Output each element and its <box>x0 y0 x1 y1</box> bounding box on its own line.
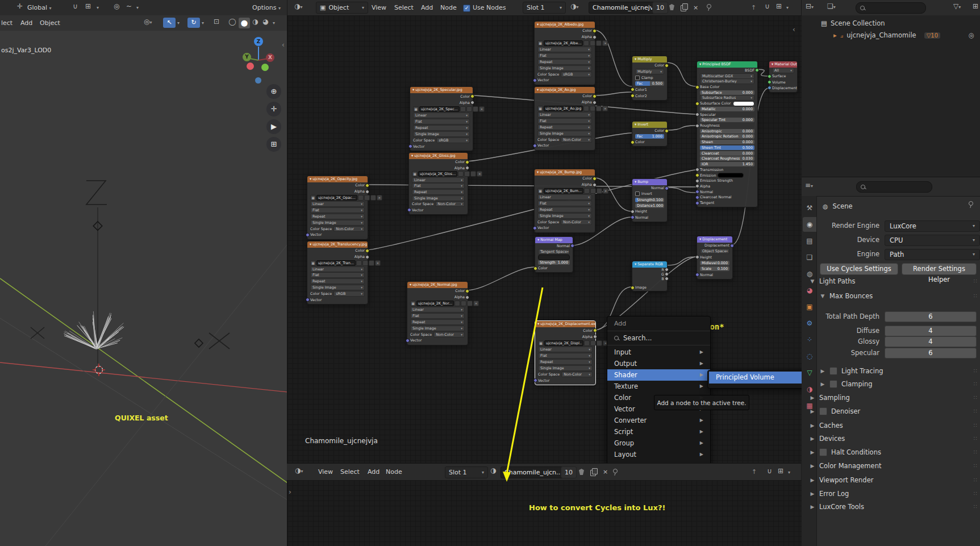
node-select[interactable]: Flat▾ <box>537 201 592 206</box>
node-row-sel[interactable]: Linear▾ <box>409 177 468 184</box>
tab-object-data[interactable]: ▽ <box>803 365 816 380</box>
add-menu-item-input[interactable]: Input▶ <box>607 347 710 358</box>
falloff-curve-icon[interactable]: ~ <box>126 2 132 10</box>
add-menu-item-output[interactable]: Output▶ <box>607 358 710 369</box>
node-select[interactable]: Single Image▾ <box>310 220 365 226</box>
node-translucency[interactable]: ▾ ujcnejvja_2K_Translucency.jpgColorAlph… <box>307 241 368 305</box>
node-invert[interactable]: ▾ InvertColorFac1.000Color <box>632 121 668 147</box>
node-row-Metallic[interactable]: Metallic0.000 <box>697 106 757 112</box>
port-color[interactable] <box>365 249 369 253</box>
port-alpha[interactable] <box>593 35 597 39</box>
image-name[interactable]: ujcnejvja_2K_Albe... <box>544 40 583 46</box>
shading-solid-icon[interactable]: ⬤ <box>239 18 250 28</box>
port-transmission[interactable] <box>695 168 699 172</box>
node-slider[interactable]: Strength1.000 <box>538 260 570 265</box>
open-folder-icon[interactable] <box>473 106 478 112</box>
node-row-sel[interactable]: Single Image▾ <box>410 131 473 137</box>
node-slider[interactable]: Subsurface0.000 <box>700 90 754 95</box>
port-vector[interactable] <box>533 144 537 148</box>
node-select[interactable]: Linear▾ <box>412 177 465 183</box>
node-row-sel[interactable]: Repeat▾ <box>535 206 595 212</box>
node-row-Invert[interactable]: Invert <box>632 191 667 197</box>
node-row-sel[interactable]: Flat▾ <box>535 53 595 59</box>
port-normal[interactable] <box>695 273 699 277</box>
fake-user-icon[interactable] <box>583 106 589 111</box>
node-select[interactable]: Linear▾ <box>310 266 365 272</box>
menu-view[interactable]: View <box>372 0 386 15</box>
port-color[interactable] <box>465 160 469 164</box>
add-menu-item-converter[interactable]: Converter▶ <box>607 415 710 426</box>
node-row-img[interactable]: ▦ujcnejvja_2K_Nor...× <box>407 301 468 307</box>
node-row-Distance[interactable]: Distance1.000 <box>632 203 667 209</box>
node-slider[interactable]: Midlevel0.000 <box>700 261 729 265</box>
node-bump[interactable]: ▾ BumpNormalInvertStrength0.100Distance1… <box>632 178 668 222</box>
material-users-count[interactable]: 10 <box>561 466 577 478</box>
add-menu-search[interactable]: Search... <box>607 332 710 344</box>
menu-add[interactable]: Add <box>368 464 380 481</box>
port-alpha[interactable] <box>593 335 597 339</box>
open-folder-icon[interactable] <box>596 40 602 46</box>
outliner[interactable]: ▤Scene Collection▸⟓ujcnejvja_Chamomile▽1… <box>802 15 980 177</box>
image-icon[interactable]: ▦ <box>412 171 418 177</box>
fake-user-shield-icon[interactable] <box>669 4 674 12</box>
image-icon[interactable]: ▦ <box>537 40 543 46</box>
port-color[interactable] <box>665 129 669 133</box>
port-vector[interactable] <box>533 378 537 382</box>
add-menu-item-texture[interactable]: Texture▶ <box>607 381 710 392</box>
add-menu-item-layout[interactable]: Layout▶ <box>607 449 710 460</box>
node-select[interactable]: Multiply▾ <box>635 69 664 74</box>
menu-add[interactable]: Add <box>421 0 433 15</box>
port[interactable] <box>695 173 699 177</box>
node-slider[interactable]: Sheen Tint0.500 <box>700 145 754 150</box>
prop-slider-Diffuse[interactable]: 4 <box>885 326 977 336</box>
port-emission strength[interactable] <box>695 179 699 183</box>
menu-select[interactable]: Select <box>340 464 360 481</box>
outliner-display-mode-icon[interactable]: ⊟▾ <box>806 2 814 10</box>
node-select[interactable]: Single Image▾ <box>413 131 470 137</box>
node-slider[interactable]: Anisotropic0.000 <box>700 129 754 134</box>
image-name[interactable]: ujcnejvja_2K_Spec... <box>419 106 460 112</box>
prop-value-Engine[interactable]: Path▾ <box>885 249 980 260</box>
expand-arrow-icon[interactable]: ▸ <box>833 31 837 39</box>
port-vector[interactable] <box>408 144 412 148</box>
port-displacement[interactable] <box>768 86 772 90</box>
node-select[interactable]: Repeat▾ <box>413 125 470 131</box>
eye-icon[interactable]: ◎ <box>969 31 974 39</box>
port-normal[interactable] <box>695 190 699 194</box>
properties-search-input[interactable] <box>856 181 932 193</box>
port-color[interactable] <box>631 140 635 144</box>
node-select[interactable]: Single Image▾ <box>310 285 365 290</box>
prop-slider-Glossy[interactable]: 4 <box>885 336 977 347</box>
pin-id-icon[interactable] <box>968 201 973 210</box>
node-row-Color Space[interactable]: Color SpacesRGB▾ <box>535 71 595 77</box>
node-select[interactable]: Non-Color▾ <box>333 226 365 232</box>
shader-mode-dropdown[interactable]: ▣Object▾ <box>316 2 368 14</box>
port-vector[interactable] <box>306 298 310 302</box>
toggle-grid-icon[interactable]: ⊞ <box>266 137 281 152</box>
node-slider[interactable]: Strength0.100 <box>635 198 664 202</box>
node-row-Fac[interactable]: Fac0.500 <box>632 81 667 87</box>
port-volume[interactable] <box>768 80 772 84</box>
image-selector[interactable]: ▦ujcnejvja_2K_Spec...× <box>413 106 485 111</box>
go-parent-tree-icon[interactable]: ↑ <box>752 464 757 481</box>
unlink-icon[interactable]: × <box>477 171 482 177</box>
overlays-icon[interactable]: ⊞ <box>776 2 782 10</box>
node-row-sel[interactable]: Flat▾ <box>410 118 473 124</box>
port-vector[interactable] <box>407 208 411 212</box>
node-select[interactable]: Non-Color▾ <box>561 219 592 225</box>
slot-dropdown[interactable]: Slot 1▾ <box>523 2 566 14</box>
node-select[interactable]: Single Image▾ <box>538 365 593 371</box>
section-devices[interactable]: ▶Devices:: <box>810 432 978 444</box>
node-select[interactable]: Flat▾ <box>537 118 592 124</box>
section-denoiser[interactable]: ▶Denoiser:: <box>810 405 978 417</box>
node-header[interactable]: ▾ ujcnejvja_2K_Specular.jpg <box>410 87 473 93</box>
node-row-Subsurface[interactable]: Subsurface0.000 <box>697 90 757 95</box>
section-max-bounces[interactable]: ▼Max Bounces:: <box>820 290 978 302</box>
image-selector[interactable]: ▦ujcnejvja_2K_Ao.jpg× <box>537 106 608 111</box>
port-clearcoat normal[interactable] <box>695 195 699 199</box>
node-row-sel[interactable]: Linear▾ <box>535 346 595 352</box>
fake-user-icon[interactable] <box>358 195 364 201</box>
open-folder-icon[interactable] <box>597 340 602 346</box>
node-row-sel[interactable]: Linear▾ <box>535 47 595 53</box>
zoom-icon[interactable]: ⊕ <box>266 84 281 99</box>
